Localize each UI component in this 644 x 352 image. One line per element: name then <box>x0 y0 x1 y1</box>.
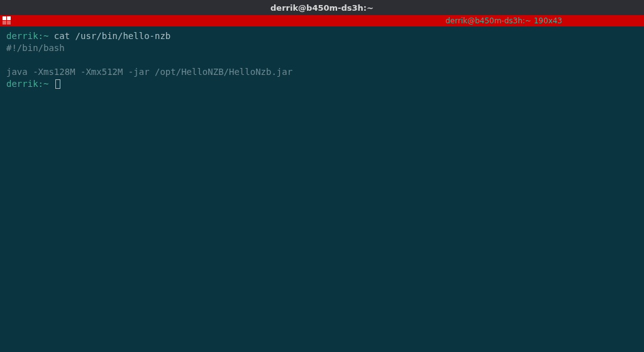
status-bar: derrik@b450m-ds3h:~ 190x43 <box>0 15 644 26</box>
terminal-area[interactable]: derrik:~ cat /usr/bin/hello-nzb #!/bin/b… <box>0 26 644 93</box>
command-text: cat /usr/bin/hello-nzb <box>48 31 170 41</box>
status-bar-info: derrik@b450m-ds3h:~ 190x43 <box>445 16 562 25</box>
output-line: java -Xms128M -Xmx512M -jar /opt/HelloNZ… <box>6 67 292 77</box>
window-titlebar: derrik@b450m-ds3h:~ <box>0 0 644 15</box>
prompt: derrik:~ <box>6 79 48 89</box>
tiling-layout-icon[interactable] <box>3 16 11 25</box>
window-title: derrik@b450m-ds3h:~ <box>270 3 374 13</box>
cursor <box>55 79 60 89</box>
output-line: #!/bin/bash <box>6 43 65 53</box>
prompt: derrik:~ <box>6 31 48 41</box>
